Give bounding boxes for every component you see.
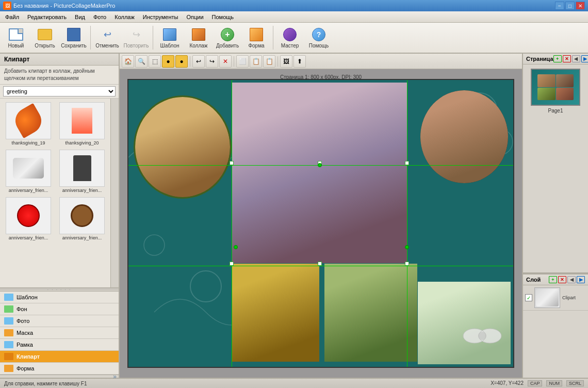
svg-point-4: [144, 235, 165, 255]
thumb-face-4: [556, 88, 574, 101]
menu-options[interactable]: Опции: [182, 13, 207, 21]
redo-button[interactable]: ↪ Повторить: [122, 24, 150, 51]
tool-undo[interactable]: ↩: [192, 55, 205, 68]
page-label: Page1: [548, 108, 563, 114]
menu-edit[interactable]: Редактировать: [23, 13, 71, 21]
menu-bar: Файл Редактировать Вид Фото Коллаж Инстр…: [0, 11, 588, 23]
tab-background[interactable]: Фон: [0, 303, 119, 315]
tool-image[interactable]: 🖼: [280, 55, 292, 68]
new-button[interactable]: Новый: [2, 24, 30, 51]
cap-badge: CAP: [528, 380, 543, 386]
tab-shape[interactable]: Форма: [0, 363, 119, 375]
tool-rotate-ccw[interactable]: ●: [175, 55, 188, 68]
clipart-thumb: [59, 150, 105, 187]
template-tab-icon: [4, 294, 13, 301]
layer-mini-btns: + ✕ ◀ ▶: [549, 276, 585, 283]
expand-handle[interactable]: »: [0, 375, 119, 378]
template-button[interactable]: Шаблон: [156, 24, 184, 51]
photo-center[interactable]: [232, 83, 407, 263]
canvas-sep2: [234, 56, 234, 67]
template-icon: [161, 27, 178, 42]
wizard-button[interactable]: Мастер: [276, 24, 304, 51]
tab-clipart[interactable]: Клипарт: [0, 351, 119, 363]
menu-tools[interactable]: Инструменты: [139, 13, 183, 21]
shape-button[interactable]: Форма: [242, 24, 270, 51]
title-bar-left: 🖼 Без названия - PictureCollageMakerPro: [3, 2, 115, 10]
open-button[interactable]: Открыть: [31, 24, 59, 51]
save-button[interactable]: Сохранить: [60, 24, 88, 51]
face-bl-content: [232, 264, 319, 362]
tab-photo[interactable]: Фото: [0, 315, 119, 327]
tool-copy[interactable]: ⬜: [236, 55, 249, 68]
layer-add-btn[interactable]: +: [549, 276, 557, 283]
minimize-button[interactable]: −: [555, 2, 564, 10]
clipart-tab-icon: [4, 353, 13, 360]
list-item[interactable]: anniversary_frien...: [56, 196, 108, 242]
menu-collage[interactable]: Коллаж: [110, 13, 139, 21]
layer-next-btn[interactable]: ▶: [577, 276, 585, 283]
page-prev-btn[interactable]: ◀: [572, 55, 580, 62]
list-item[interactable]: thanksgiving_20: [56, 101, 108, 147]
clipart-filter[interactable]: greeting all birthday christmas: [0, 85, 119, 99]
page-add-btn[interactable]: +: [553, 55, 562, 62]
menu-photo[interactable]: Фото: [89, 13, 110, 21]
page-thumbnail[interactable]: [531, 69, 580, 106]
maximize-button[interactable]: □: [565, 2, 575, 10]
thumb-face-2: [556, 74, 574, 87]
page-mini-btns: + ✕ ◀ ▶: [553, 55, 588, 62]
help-icon: ?: [311, 27, 327, 42]
clipart-filter-select[interactable]: greeting all birthday christmas: [3, 86, 116, 96]
add-button[interactable]: + Добавить: [214, 24, 241, 51]
list-item[interactable]: anniversary_frien...: [2, 196, 55, 242]
canvas-frame[interactable]: [127, 79, 514, 368]
photo-top-left[interactable]: [134, 95, 232, 199]
layer-checkbox[interactable]: ✓: [525, 294, 532, 301]
app-title: Без названия - PictureCollageMakerPro: [13, 3, 115, 9]
list-item[interactable]: anniversary_frien...: [56, 148, 108, 195]
page-next-btn[interactable]: ▶: [581, 55, 588, 62]
page-panel: Страница + ✕ ◀ ▶: [523, 54, 588, 272]
collage-button[interactable]: Коллаж: [185, 24, 213, 51]
clipart-thumb: [6, 150, 51, 187]
photo-top-right[interactable]: [420, 90, 508, 183]
thumb-content: [532, 70, 579, 105]
panel-divider[interactable]: · · · · · ·: [0, 287, 119, 292]
photo-bottom-left[interactable]: [232, 264, 319, 362]
tool-delete[interactable]: ✕: [219, 55, 232, 68]
table-row[interactable]: ✓ Clipart: [523, 285, 588, 311]
close-button[interactable]: ✕: [576, 2, 585, 10]
tab-mask[interactable]: Маска: [0, 327, 119, 339]
menu-view[interactable]: Вид: [71, 13, 89, 21]
tab-template[interactable]: Шаблон: [0, 292, 119, 303]
shape-tab-icon: [4, 365, 13, 372]
status-bar: Для справки, нажмите клавишу F1 X=407, Y…: [0, 378, 588, 388]
tool-select[interactable]: ⬚: [149, 55, 161, 68]
tool-home[interactable]: 🏠: [122, 55, 134, 68]
tool-paste2[interactable]: 📋: [263, 55, 275, 68]
page-del-btn[interactable]: ✕: [563, 55, 571, 62]
canvas-toolbar: 🏠 🔍 ⬚ ● ● ↩ ↪ ✕ ⬜ 📋 📋 🖼 ⬆: [120, 54, 522, 69]
tool-paste[interactable]: 📋: [250, 55, 262, 68]
layer-section-header: Слой + ✕ ◀ ▶: [523, 274, 588, 285]
menu-file[interactable]: Файл: [1, 13, 23, 21]
undo-button[interactable]: ↩ Отменить: [93, 24, 121, 51]
list-item[interactable]: thanksgiving_19: [2, 101, 55, 147]
clipart-thumb: [59, 102, 105, 139]
canvas-wrapper[interactable]: Страница 1: 800 x 600px, DPI: 300: [120, 69, 522, 378]
scrl-badge: SCRL: [566, 380, 584, 386]
photo-bottom-middle[interactable]: [324, 264, 417, 362]
list-item[interactable]: anniversary_frien...: [2, 148, 55, 195]
tool-redo[interactable]: ↪: [206, 55, 218, 68]
tool-rotate-cw[interactable]: ●: [162, 55, 174, 68]
tab-frame[interactable]: Рамка: [0, 339, 119, 351]
clipart-scrollbar[interactable]: [110, 99, 119, 287]
frame-tab-icon: [4, 341, 13, 348]
layer-del-btn[interactable]: ✕: [558, 276, 566, 283]
tool-up[interactable]: ⬆: [293, 55, 306, 68]
help-button[interactable]: ? Помощь: [305, 24, 333, 51]
menu-help[interactable]: Помощь: [208, 13, 238, 21]
layer-thumbnail: [534, 287, 560, 308]
layer-prev-btn[interactable]: ◀: [567, 276, 576, 283]
clipart-label: anniversary_frien...: [62, 235, 102, 240]
tool-zoom[interactable]: 🔍: [135, 55, 148, 68]
